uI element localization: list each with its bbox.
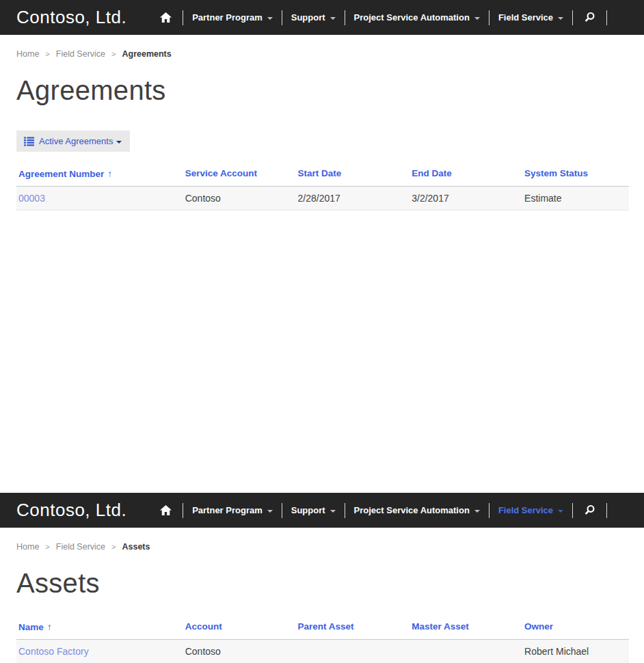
nav-item-partner-program[interactable]: Partner Program — [192, 505, 273, 515]
nav-separator — [345, 503, 345, 518]
table-header-row: Name↑AccountParent AssetMaster AssetOwne… — [16, 618, 629, 640]
nav-menu: Partner Program Support Project Service … — [158, 503, 616, 518]
search-icon[interactable] — [582, 12, 598, 23]
breadcrumb-field-service[interactable]: Field Service — [56, 542, 105, 552]
column-header-label: System Status — [524, 168, 588, 178]
nav-separator — [606, 503, 607, 518]
column-header[interactable]: Account — [183, 618, 296, 639]
nav-item-label: Support — [291, 505, 325, 515]
nav-menu: Partner Program Support Project Service … — [158, 10, 616, 25]
nav-item-support[interactable]: Support — [291, 12, 336, 23]
nav-item-project-service-automation[interactable]: Project Service Automation — [354, 505, 480, 515]
column-header[interactable]: Name↑ — [16, 618, 183, 639]
nav-item-label: Support — [291, 12, 325, 23]
table-cell: Estimate — [522, 187, 629, 210]
sort-ascending-icon: ↑ — [47, 621, 52, 632]
home-icon[interactable] — [158, 505, 174, 515]
list-view-icon — [24, 137, 34, 146]
chevron-down-icon — [267, 510, 273, 513]
breadcrumb-current: Agreements — [122, 49, 171, 59]
column-header-label: Master Asset — [412, 621, 469, 632]
page-title: Agreements — [16, 75, 628, 106]
table-cell: Contoso — [183, 187, 296, 210]
nav-separator — [282, 10, 282, 25]
breadcrumb-home[interactable]: Home — [16, 542, 39, 552]
nav-item-label: Partner Program — [192, 12, 263, 23]
chevron-down-icon — [474, 17, 480, 20]
assets-page: Home > Field Service > Assets Assets Nam… — [0, 528, 644, 663]
brand-logo[interactable]: Contoso, Ltd. — [16, 7, 126, 28]
chevron-down-icon — [267, 17, 273, 20]
nav-item-label: Project Service Automation — [354, 505, 470, 515]
nav-item-project-service-automation[interactable]: Project Service Automation — [354, 12, 480, 23]
nav-separator — [183, 10, 183, 25]
nav-separator — [282, 503, 282, 518]
table-cell: 3/2/2017 — [410, 187, 522, 210]
column-header[interactable]: Master Asset — [410, 618, 522, 639]
breadcrumb-separator: > — [111, 543, 116, 551]
breadcrumb-separator: > — [111, 50, 116, 58]
table-cell — [296, 640, 410, 663]
chevron-down-icon — [558, 510, 563, 513]
nav-item-partner-program[interactable]: Partner Program — [192, 12, 273, 23]
breadcrumb-separator: > — [45, 50, 49, 58]
nav-separator — [572, 503, 573, 518]
nav-item-field-service-active[interactable]: Field Service — [498, 505, 563, 515]
table-cell: Robert Michael — [522, 640, 629, 663]
nav-separator — [489, 10, 489, 25]
view-selector-button[interactable]: Active Agreements — [16, 131, 130, 152]
home-icon[interactable] — [158, 12, 174, 23]
toolbar: Active Agreements — [16, 131, 628, 152]
nav-separator — [572, 10, 573, 25]
column-header-label: Agreement Number — [18, 169, 104, 179]
brand-logo[interactable]: Contoso, Ltd. — [16, 500, 126, 521]
breadcrumb: Home > Field Service > Assets — [16, 542, 628, 552]
column-header[interactable]: Owner — [522, 618, 629, 639]
chevron-down-icon — [116, 141, 122, 144]
column-header[interactable]: Service Account — [183, 165, 296, 186]
table-cell: Contoso — [183, 640, 296, 663]
record-link[interactable]: Contoso Factory — [16, 640, 183, 663]
chevron-down-icon — [474, 510, 480, 513]
column-header[interactable]: Start Date — [296, 165, 410, 186]
table-row: 00003Contoso2/28/20173/2/2017Estimate — [16, 187, 629, 211]
assets-table: Name↑AccountParent AssetMaster AssetOwne… — [16, 618, 629, 663]
column-header[interactable]: Parent Asset — [296, 618, 410, 639]
breadcrumb: Home > Field Service > Agreements — [16, 49, 628, 59]
column-header[interactable]: System Status — [522, 165, 629, 186]
table-header-row: Agreement Number↑Service AccountStart Da… — [16, 165, 629, 187]
agreements-page: Home > Field Service > Agreements Agreem… — [0, 49, 644, 493]
sort-ascending-icon: ↑ — [107, 168, 112, 179]
record-link[interactable]: 00003 — [16, 187, 183, 210]
column-header[interactable]: Agreement Number↑ — [16, 165, 183, 186]
column-header-label: Start Date — [298, 168, 342, 178]
nav-item-field-service[interactable]: Field Service — [498, 12, 563, 23]
column-header[interactable]: End Date — [410, 165, 522, 186]
nav-item-support[interactable]: Support — [291, 505, 336, 515]
breadcrumb-separator: > — [45, 543, 49, 551]
column-header-label: Parent Asset — [298, 621, 354, 632]
table-cell — [410, 640, 522, 663]
view-selector-label: Active Agreements — [39, 136, 113, 146]
column-header-label: Name — [18, 622, 44, 632]
table-cell: 2/28/2017 — [296, 187, 410, 210]
nav-item-label: Field Service — [498, 505, 553, 515]
top-navbar: Contoso, Ltd. Partner Program Support Pr… — [0, 0, 644, 35]
column-header-label: Service Account — [185, 168, 257, 178]
nav-separator — [606, 10, 607, 25]
column-header-label: Owner — [524, 621, 553, 632]
breadcrumb-current: Assets — [122, 542, 150, 552]
breadcrumb-home[interactable]: Home — [16, 49, 39, 59]
column-header-label: End Date — [412, 168, 452, 178]
agreements-table: Agreement Number↑Service AccountStart Da… — [16, 165, 629, 211]
column-header-label: Account — [185, 621, 222, 632]
table-row: Contoso FactoryContosoRobert Michael — [16, 640, 629, 663]
nav-item-label: Project Service Automation — [354, 12, 470, 23]
chevron-down-icon — [558, 17, 563, 20]
nav-item-label: Field Service — [498, 12, 553, 23]
search-icon[interactable] — [582, 504, 598, 516]
breadcrumb-field-service[interactable]: Field Service — [56, 49, 105, 59]
top-navbar: Contoso, Ltd. Partner Program Support Pr… — [0, 493, 644, 528]
chevron-down-icon — [330, 510, 336, 513]
nav-separator — [345, 10, 345, 25]
